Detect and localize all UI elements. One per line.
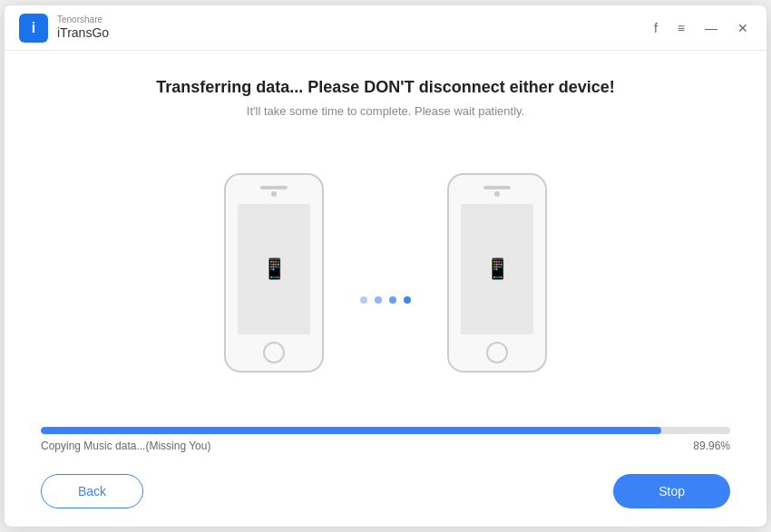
dot-3 xyxy=(389,296,396,304)
page-title: Transferring data... Please DON'T discon… xyxy=(156,78,614,97)
phone-screen-right: 📱 xyxy=(461,204,533,334)
phone-screen-left: 📱 xyxy=(238,204,310,334)
phone-speaker-right xyxy=(483,186,511,189)
dot-2 xyxy=(375,296,382,304)
progress-percent: 89.96% xyxy=(693,440,730,452)
dot-4 xyxy=(404,296,411,304)
phone-screen-icon-right: 📱 xyxy=(485,257,510,281)
app-window: i Tenorshare iTransGo f ≡ — ✕ Transferri… xyxy=(5,5,766,527)
close-button[interactable]: ✕ xyxy=(734,19,752,37)
progress-bar-fill xyxy=(41,427,661,434)
progress-section: Copying Music data...(Missing You) 89.96… xyxy=(41,427,730,452)
transfer-area: 📱 📱 xyxy=(224,145,547,400)
app-name-container: Tenorshare iTransGo xyxy=(57,15,109,41)
phone-home-left xyxy=(263,342,285,363)
source-device: 📱 xyxy=(224,173,324,372)
button-section: Back Stop xyxy=(41,474,730,508)
page-subtitle: It'll take some time to complete. Please… xyxy=(247,104,524,118)
menu-button[interactable]: ≡ xyxy=(674,19,688,37)
progress-label: Copying Music data...(Missing You) xyxy=(41,440,210,452)
target-device: 📱 xyxy=(447,173,547,372)
titlebar-left: i Tenorshare iTransGo xyxy=(19,14,109,43)
facebook-button[interactable]: f xyxy=(650,19,661,37)
phone-speaker-left xyxy=(260,186,288,189)
phone-camera-right xyxy=(494,191,500,197)
back-button[interactable]: Back xyxy=(41,474,143,508)
dot-1 xyxy=(360,296,367,304)
stop-button[interactable]: Stop xyxy=(613,474,730,508)
titlebar: i Tenorshare iTransGo f ≡ — ✕ xyxy=(5,5,766,51)
phone-camera-left xyxy=(271,191,277,197)
transfer-dots xyxy=(360,296,411,304)
progress-bar-container xyxy=(41,427,730,434)
progress-info: Copying Music data...(Missing You) 89.96… xyxy=(41,440,730,452)
main-content: Transferring data... Please DON'T discon… xyxy=(5,51,766,527)
app-name: iTransGo xyxy=(57,25,109,41)
titlebar-right: f ≡ — ✕ xyxy=(650,19,752,37)
phone-home-right xyxy=(486,342,508,363)
app-icon: i xyxy=(19,14,48,43)
minimize-button[interactable]: — xyxy=(701,19,721,37)
phone-screen-icon-left: 📱 xyxy=(262,257,287,281)
app-brand: Tenorshare xyxy=(57,15,109,25)
